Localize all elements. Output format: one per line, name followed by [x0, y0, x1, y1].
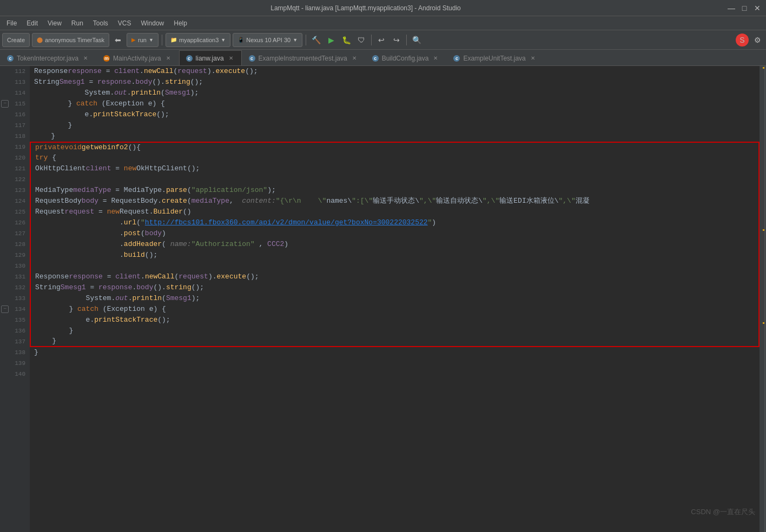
code-line-133: System.out.println(Smesg1);	[30, 293, 760, 304]
menu-window[interactable]: Window	[137, 18, 169, 28]
tab-close-bc[interactable]: ✕	[432, 55, 439, 62]
right-scrollbar[interactable]	[760, 66, 766, 532]
toolbar-separator-2	[306, 35, 306, 45]
code-line-112: Response response = client.newCall(reque…	[30, 66, 760, 77]
code-line-121: OkHttpClient client = new OkHttpClient()…	[30, 163, 760, 174]
line-number-118: 118	[0, 131, 30, 142]
run-config-button[interactable]: ▶ run ▼	[127, 33, 159, 47]
make-project-icon[interactable]: 🔨	[309, 34, 322, 46]
tab-close-main[interactable]: ✕	[164, 55, 172, 62]
tab-close-lianw[interactable]: ✕	[227, 55, 235, 62]
code-line-124: RequestBody body = RequestBody.create(me…	[30, 196, 760, 207]
search-icon[interactable]: 🔍	[410, 34, 423, 46]
line-number-138: 138	[0, 347, 30, 358]
line-number-116: 116	[0, 109, 30, 120]
code-line-135: e.printStackTrace();	[30, 315, 760, 325]
fold-icon-115[interactable]: −	[1, 100, 9, 108]
code-line-115: } catch (Exception e) {	[30, 98, 760, 109]
code-line-139	[30, 358, 760, 369]
line-number-113: 113	[0, 77, 30, 88]
minimize-button[interactable]: —	[727, 4, 736, 12]
line-number-119: 119	[0, 142, 30, 152]
menu-edit[interactable]: Edit	[22, 18, 42, 28]
tab-close-token[interactable]: ✕	[82, 55, 89, 62]
line-number-127: 127	[0, 228, 30, 239]
maximize-button[interactable]: □	[740, 4, 749, 12]
line-number-134: −134	[0, 304, 30, 315]
tab-bar: c TokenInterceptor.java ✕ m MainActivity…	[0, 50, 766, 66]
line-number-120: 120	[0, 152, 30, 163]
tab-icon-m: m	[103, 55, 110, 62]
menu-help[interactable]: Help	[169, 18, 192, 28]
tab-example-unit[interactable]: c ExampleUnitTest.java ✕	[446, 50, 543, 65]
line-number-135: 135	[0, 315, 30, 325]
line-number-124: 124	[0, 196, 30, 207]
tab-icon-c4: c	[372, 55, 379, 62]
settings-icon[interactable]: ⚙	[751, 34, 764, 46]
tab-main-activity[interactable]: m MainActivity.java ✕	[96, 50, 179, 65]
code-line-116: e.printStackTrace();	[30, 109, 760, 120]
line-number-130: 130	[0, 261, 30, 271]
tab-label-lianw: lianw.java	[196, 55, 224, 62]
run-with-coverage-icon[interactable]: 🛡	[355, 34, 368, 46]
line-number-112: 112	[0, 66, 30, 77]
tab-icon-c2: c	[186, 55, 193, 62]
line-number-115: −115	[0, 98, 30, 109]
title-bar-controls: — □ ✕	[727, 4, 762, 12]
undo-icon[interactable]: ↩	[375, 34, 388, 46]
code-line-126: .url("http://fbcs101.fbox360.com/api/v2/…	[30, 217, 760, 228]
tab-close-eu[interactable]: ✕	[529, 55, 537, 62]
close-button[interactable]: ✕	[753, 4, 762, 12]
menu-view[interactable]: View	[43, 18, 66, 28]
tab-token-interceptor[interactable]: c TokenInterceptor.java ✕	[0, 50, 96, 65]
menu-file[interactable]: File	[2, 18, 21, 28]
toolbar-separator-3	[371, 35, 372, 45]
code-line-127: .post(body)	[30, 228, 760, 239]
tab-icon-c: c	[7, 55, 14, 62]
toolbar: Create ⬤ anonymous TimerTask ⬅ ▶ run ▼ 📁…	[0, 30, 766, 50]
line-number-121: 121	[0, 163, 30, 174]
tab-example-instrumented[interactable]: c ExampleInstrumentedTest.java ✕	[242, 50, 365, 65]
code-line-138: }	[30, 347, 760, 358]
device-button[interactable]: 📱 Nexus 10 API 30 ▼	[233, 33, 302, 47]
title-bar-text: LampMqtt - lianw.java [LampMqtt.myapplic…	[4, 4, 727, 12]
tab-icon-c3: c	[249, 55, 255, 62]
anonymous-timer-button[interactable]: ⬤ anonymous TimerTask	[32, 33, 109, 47]
avatar-icon[interactable]: S	[736, 34, 749, 46]
line-number-gutter: 112113114−115116117118119120121122123124…	[0, 66, 30, 532]
code-line-128: .addHeader( name: "Authorization" , CCC2…	[30, 239, 760, 250]
toolbar-separator-4	[406, 35, 407, 45]
tab-close-ei[interactable]: ✕	[351, 55, 358, 62]
menu-tools[interactable]: Tools	[89, 18, 113, 28]
code-line-122	[30, 174, 760, 185]
code-area[interactable]: Response response = client.newCall(reque…	[30, 66, 760, 532]
project-button[interactable]: 📁 myapplication3 ▼	[166, 33, 230, 47]
tab-build-config[interactable]: c BuildConfig.java ✕	[365, 50, 447, 65]
title-bar: LampMqtt - lianw.java [LampMqtt.myapplic…	[0, 0, 766, 16]
code-line-140	[30, 369, 760, 380]
editor-container: 112113114−115116117118119120121122123124…	[0, 66, 766, 532]
line-number-136: 136	[0, 325, 30, 336]
code-line-117: }	[30, 120, 760, 131]
debug-icon[interactable]: 🐛	[340, 34, 353, 46]
device-label: Nexus 10 API 30	[246, 37, 290, 43]
breadcrumb-button[interactable]: Create	[2, 33, 30, 47]
tab-icon-c5: c	[453, 55, 460, 62]
back-arrow-icon[interactable]: ⬅	[111, 34, 124, 46]
code-line-130	[30, 261, 760, 271]
code-line-114: System.out.println(Smesg1);	[30, 88, 760, 98]
code-line-132: String Smesg1 = response.body().string()…	[30, 282, 760, 293]
menu-vcs[interactable]: VCS	[114, 18, 136, 28]
line-number-131: 131	[0, 271, 30, 282]
code-line-125: Request request = new Request.Builder()	[30, 207, 760, 217]
tab-label-main: MainActivity.java	[113, 55, 161, 62]
line-number-137: 137	[0, 336, 30, 347]
menu-run[interactable]: Run	[67, 18, 88, 28]
line-number-129: 129	[0, 250, 30, 261]
redo-icon[interactable]: ↪	[390, 34, 403, 46]
tab-label: TokenInterceptor.java	[17, 55, 78, 62]
run-icon[interactable]: ▶	[325, 34, 338, 46]
fold-icon-134[interactable]: −	[1, 305, 9, 313]
tab-lianw[interactable]: c lianw.java ✕	[179, 50, 242, 65]
project-label: myapplication3	[179, 37, 219, 43]
